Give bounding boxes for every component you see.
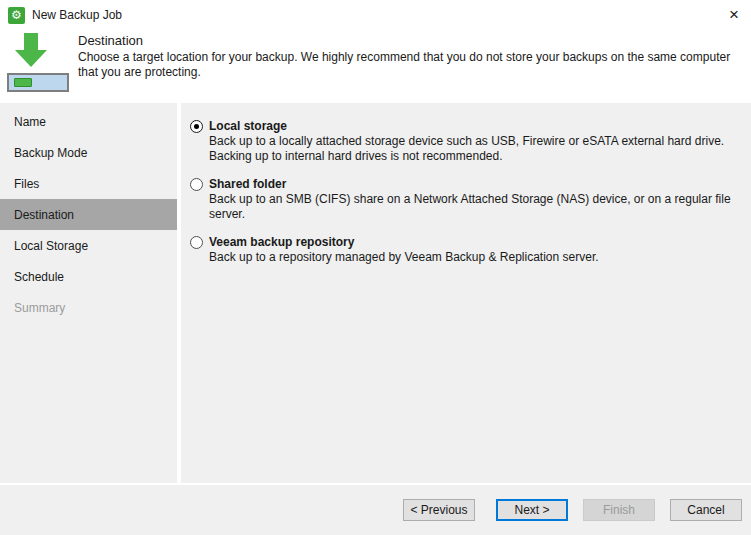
- gear-icon: ⚙: [8, 7, 25, 24]
- sidebar-item-backup-mode[interactable]: Backup Mode: [0, 137, 177, 168]
- close-icon[interactable]: ×: [717, 0, 751, 30]
- option-label: Shared folder: [209, 177, 286, 192]
- cancel-button[interactable]: Cancel: [670, 499, 742, 521]
- option-description-line: server.: [209, 207, 739, 222]
- option-veeam-backup-repository[interactable]: Veeam backup repository Back up to a rep…: [190, 235, 739, 265]
- sidebar-item-label: Name: [14, 115, 46, 129]
- option-local-storage[interactable]: Local storage Back up to a locally attac…: [190, 119, 739, 164]
- step-description-line-1: Choose a target location for your backup…: [78, 50, 730, 65]
- title-bar: ⚙ New Backup Job ×: [0, 0, 751, 30]
- down-arrow-head-icon: [15, 50, 47, 67]
- option-description-line: Backing up to internal hard drives is no…: [209, 149, 739, 164]
- finish-button: Finish: [583, 499, 655, 521]
- header-text: Destination Choose a target location for…: [78, 30, 730, 103]
- sidebar-item-name[interactable]: Name: [0, 106, 177, 137]
- wizard-steps-sidebar: Name Backup Mode Files Destination Local…: [0, 103, 177, 483]
- previous-button[interactable]: < Previous: [403, 499, 475, 521]
- radio-dot: [194, 124, 199, 129]
- destination-storage-icon: [0, 30, 78, 103]
- storage-drive-icon: [7, 73, 69, 92]
- sidebar-item-destination[interactable]: Destination: [0, 199, 177, 230]
- sidebar-item-label: Schedule: [14, 270, 64, 284]
- destination-options-panel: Local storage Back up to a locally attac…: [181, 103, 751, 483]
- window-title: New Backup Job: [32, 8, 122, 22]
- sidebar-item-label: Summary: [14, 301, 65, 315]
- option-shared-folder[interactable]: Shared folder Back up to an SMB (CIFS) s…: [190, 177, 739, 222]
- option-description-line: Back up to a locally attached storage de…: [209, 134, 739, 149]
- radio-button[interactable]: [190, 178, 203, 191]
- next-button[interactable]: Next >: [496, 499, 568, 521]
- sidebar-item-local-storage[interactable]: Local Storage: [0, 230, 177, 261]
- option-label: Local storage: [209, 119, 287, 134]
- radio-button[interactable]: [190, 120, 203, 133]
- radio-button[interactable]: [190, 236, 203, 249]
- option-description-line: Back up to a repository managed by Veeam…: [209, 250, 739, 265]
- down-arrow-icon: [24, 33, 38, 50]
- sidebar-item-label: Backup Mode: [14, 146, 87, 160]
- step-title: Destination: [78, 33, 730, 48]
- wizard-footer: < Previous Next > Finish Cancel: [0, 485, 751, 535]
- option-label: Veeam backup repository: [209, 235, 354, 250]
- sidebar-item-label: Files: [14, 177, 39, 191]
- step-description-line-2: that you are protecting.: [78, 65, 730, 80]
- option-description-line: Back up to an SMB (CIFS) share on a Netw…: [209, 192, 739, 207]
- drive-led-icon: [14, 78, 32, 87]
- sidebar-item-label: Destination: [14, 208, 74, 222]
- sidebar-item-label: Local Storage: [14, 239, 88, 253]
- new-backup-job-dialog: ⚙ New Backup Job × Destination Choose a …: [0, 0, 751, 535]
- wizard-body: Name Backup Mode Files Destination Local…: [0, 103, 751, 483]
- sidebar-item-summary: Summary: [0, 292, 177, 323]
- sidebar-item-schedule[interactable]: Schedule: [0, 261, 177, 292]
- sidebar-item-files[interactable]: Files: [0, 168, 177, 199]
- wizard-header: Destination Choose a target location for…: [0, 30, 751, 103]
